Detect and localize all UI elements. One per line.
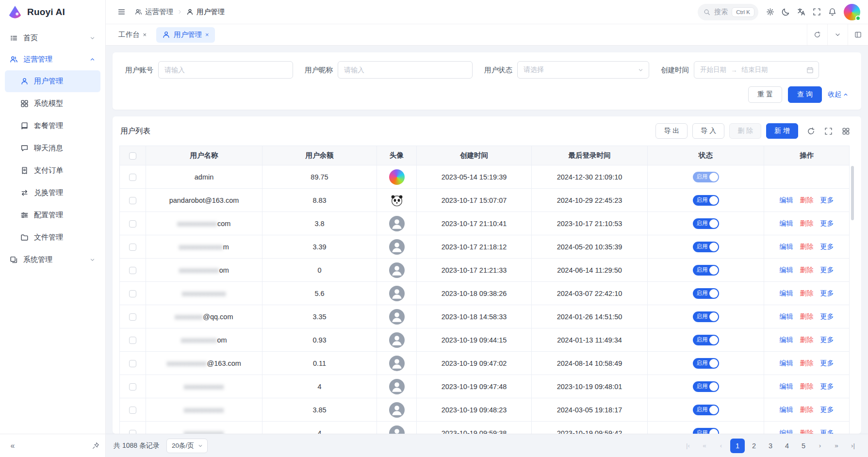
next-page-button[interactable]: › xyxy=(813,439,827,453)
row-checkbox[interactable] xyxy=(129,290,136,297)
page-button-3[interactable]: 3 xyxy=(763,439,778,453)
breadcrumb-item[interactable]: 用户管理 xyxy=(186,7,225,16)
status-toggle[interactable]: 启用 xyxy=(693,311,719,322)
row-checkbox[interactable] xyxy=(129,174,136,181)
more-link[interactable]: 更多 xyxy=(820,289,834,297)
delete-link[interactable]: 删除 xyxy=(800,266,814,274)
more-link[interactable]: 更多 xyxy=(820,382,834,390)
status-toggle[interactable]: 启用 xyxy=(693,405,719,415)
export-button[interactable]: 导 出 xyxy=(655,123,688,139)
dark-mode-button[interactable] xyxy=(778,4,793,20)
menu-toggle-button[interactable] xyxy=(114,4,129,20)
status-toggle[interactable]: 启用 xyxy=(693,358,719,369)
status-toggle[interactable]: 启用 xyxy=(693,265,719,276)
refresh-tab-button[interactable] xyxy=(807,24,827,45)
delete-button[interactable]: 删 除 xyxy=(729,123,761,139)
more-link[interactable]: 更多 xyxy=(820,219,834,227)
sidebar-collapse-button[interactable]: « xyxy=(6,439,19,453)
delete-link[interactable]: 删除 xyxy=(800,359,814,367)
status-toggle[interactable]: 启用 xyxy=(693,288,719,299)
global-search[interactable]: 搜索 Ctrl K xyxy=(698,4,758,20)
reset-button[interactable]: 重 置 xyxy=(748,86,782,103)
edit-link[interactable]: 编辑 xyxy=(780,429,793,434)
table-scrollbar[interactable] xyxy=(850,165,854,434)
tab-用户管理[interactable]: 用户管理× xyxy=(156,27,215,43)
sidebar-item-支付订单[interactable]: 支付订单 xyxy=(5,160,100,181)
more-link[interactable]: 更多 xyxy=(820,243,834,250)
sidebar-item-套餐管理[interactable]: 套餐管理 xyxy=(5,115,100,137)
more-link[interactable]: 更多 xyxy=(820,406,834,413)
sidebar-item-用户管理[interactable]: 用户管理 xyxy=(5,70,100,92)
sidebar-item-首页[interactable]: 首页 xyxy=(5,27,100,49)
edit-link[interactable]: 编辑 xyxy=(780,266,793,274)
first-page-button[interactable]: |‹ xyxy=(681,439,695,453)
edit-link[interactable]: 编辑 xyxy=(780,336,793,343)
delete-link[interactable]: 删除 xyxy=(800,406,814,413)
table-fullscreen-icon[interactable] xyxy=(820,123,836,139)
page-button-2[interactable]: 2 xyxy=(747,439,761,453)
status-toggle[interactable]: 启用 xyxy=(693,428,719,434)
row-checkbox[interactable] xyxy=(129,244,136,251)
close-tab-icon[interactable]: × xyxy=(143,31,147,38)
jump-back-button[interactable]: « xyxy=(697,439,712,453)
jump-forward-button[interactable]: » xyxy=(829,439,844,453)
layout-tab-button[interactable] xyxy=(848,24,868,45)
delete-link[interactable]: 删除 xyxy=(800,289,814,297)
scrollbar-thumb[interactable] xyxy=(851,166,854,220)
more-link[interactable]: 更多 xyxy=(820,196,834,204)
edit-link[interactable]: 编辑 xyxy=(780,312,793,320)
date-range-picker[interactable]: 开始日期 → 结束日期 xyxy=(694,61,819,79)
page-button-1[interactable]: 1 xyxy=(730,439,745,453)
delete-link[interactable]: 删除 xyxy=(800,382,814,390)
edit-link[interactable]: 编辑 xyxy=(780,219,793,227)
row-checkbox[interactable] xyxy=(129,313,136,321)
row-checkbox[interactable] xyxy=(129,220,136,228)
user-menu-avatar[interactable] xyxy=(844,4,860,20)
sidebar-item-兑换管理[interactable]: 兑换管理 xyxy=(5,182,100,204)
nickname-input[interactable] xyxy=(338,61,473,79)
pin-icon[interactable] xyxy=(92,442,99,449)
page-button-5[interactable]: 5 xyxy=(796,439,811,453)
select-all-checkbox[interactable] xyxy=(129,152,136,160)
search-button[interactable]: 查 询 xyxy=(788,86,822,103)
more-link[interactable]: 更多 xyxy=(820,266,834,274)
delete-link[interactable]: 删除 xyxy=(800,429,814,434)
sidebar-item-文件管理[interactable]: 文件管理 xyxy=(5,227,100,248)
status-toggle[interactable]: 启用 xyxy=(693,172,719,182)
delete-link[interactable]: 删除 xyxy=(800,336,814,343)
more-link[interactable]: 更多 xyxy=(820,312,834,320)
sidebar-item-配置管理[interactable]: 配置管理 xyxy=(5,204,100,226)
last-page-button[interactable]: ›| xyxy=(846,439,860,453)
sidebar-item-运营管理[interactable]: 运营管理 xyxy=(5,49,100,70)
edit-link[interactable]: 编辑 xyxy=(780,406,793,413)
page-size-select[interactable]: 20条/页 xyxy=(166,439,208,453)
status-toggle[interactable]: 启用 xyxy=(693,195,719,206)
status-toggle[interactable]: 启用 xyxy=(693,218,719,229)
sidebar-item-系统模型[interactable]: 系统模型 xyxy=(5,93,100,114)
table-refresh-icon[interactable] xyxy=(803,123,819,139)
chevron-down-tab-button[interactable] xyxy=(827,24,848,45)
page-button-4[interactable]: 4 xyxy=(780,439,794,453)
row-checkbox[interactable] xyxy=(129,383,136,391)
sidebar-item-聊天消息[interactable]: 聊天消息 xyxy=(5,137,100,159)
delete-link[interactable]: 删除 xyxy=(800,243,814,250)
edit-link[interactable]: 编辑 xyxy=(780,196,793,204)
add-button[interactable]: 新 增 xyxy=(766,123,798,139)
delete-link[interactable]: 删除 xyxy=(800,312,814,320)
notification-button[interactable] xyxy=(824,4,840,20)
collapse-filter-link[interactable]: 收起 xyxy=(828,90,849,99)
edit-link[interactable]: 编辑 xyxy=(780,243,793,250)
row-checkbox[interactable] xyxy=(129,407,136,414)
sidebar-item-系统管理[interactable]: 系统管理 xyxy=(5,249,100,270)
breadcrumb-item[interactable]: 运营管理 xyxy=(135,7,173,16)
prev-page-button[interactable]: ‹ xyxy=(714,439,728,453)
table-column-settings-icon[interactable] xyxy=(838,123,853,139)
row-checkbox[interactable] xyxy=(129,337,136,344)
status-toggle[interactable]: 启用 xyxy=(693,242,719,252)
edit-link[interactable]: 编辑 xyxy=(780,359,793,367)
delete-link[interactable]: 删除 xyxy=(800,196,814,204)
translate-button[interactable] xyxy=(793,4,809,20)
status-toggle[interactable]: 启用 xyxy=(693,335,719,345)
delete-link[interactable]: 删除 xyxy=(800,219,814,227)
row-checkbox[interactable] xyxy=(129,197,136,204)
